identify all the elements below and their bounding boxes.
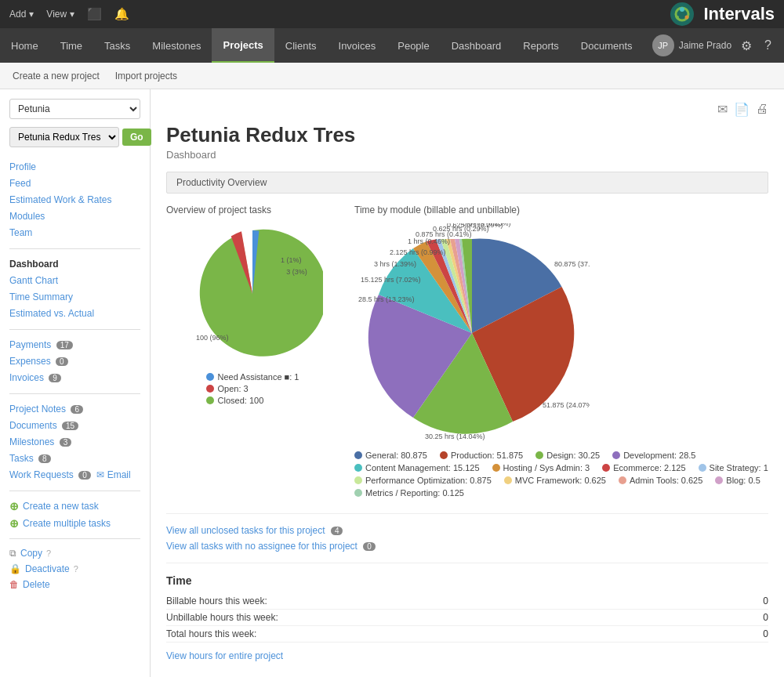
no-assignee-tasks-link[interactable]: View all tasks with no assignee for this… [166, 541, 768, 552]
legend-general-text: General: 80.875 [365, 451, 427, 460]
profile-link[interactable]: Profile [9, 161, 36, 172]
feed-link[interactable]: Feed [9, 178, 31, 189]
create-new-task-action[interactable]: ⊕ Create a new task [9, 498, 140, 515]
create-project-link[interactable]: Create a new project [13, 71, 100, 81]
legend-perf-opt-text: Performance Optimization: 0.875 [365, 476, 492, 485]
sidebar-item-project-notes: Project Notes 6 [9, 400, 140, 417]
legend-closed: Closed: 100 [206, 396, 299, 405]
legend-metrics-text: Metrics / Reporting: 0.125 [365, 488, 464, 498]
unclosed-tasks-link[interactable]: View all unclosed tasks for this project… [166, 525, 768, 536]
add-chevron-icon: ▾ [29, 9, 34, 20]
small-chart-section: Overview of project tasks 1 (1%) 3 (3%) [166, 205, 339, 407]
total-label: Total hours this week: [166, 628, 256, 639]
sidebar-item-feed: Feed [9, 175, 140, 191]
label-blog: 0.5 hrs (0.23%) [463, 223, 511, 227]
deactivate-hint-icon: ? [74, 564, 78, 574]
svg-point-3 [684, 16, 688, 20]
add-dropdown[interactable]: Add ▾ [9, 9, 34, 20]
copy-action[interactable]: ⧉ Copy ? [9, 545, 140, 561]
legend-mvc-text: MVC Framework: 0.625 [515, 476, 606, 485]
nav-milestones[interactable]: Milestones [141, 28, 212, 63]
nav-home[interactable]: Home [0, 28, 49, 63]
dot-general [354, 451, 362, 459]
util-bar: Add ▾ View ▾ ⬛ 🔔 Intervals [0, 0, 784, 28]
label-96pct: 100 (96%) [196, 334, 229, 342]
dot-ecommerce [602, 464, 610, 472]
view-dropdown[interactable]: View ▾ [46, 9, 74, 20]
legend-open-text: Open: 3 [218, 384, 249, 393]
project-notes-link[interactable]: Project Notes 6 [9, 404, 83, 415]
payments-badge: 17 [56, 341, 73, 349]
modules-link[interactable]: Modules [9, 211, 45, 222]
copy-label: Copy [20, 548, 42, 559]
small-pie-legend: Need Assistance ■: 1 Open: 3 Closed: 100 [206, 372, 299, 407]
small-chart-label: Overview of project tasks [166, 205, 339, 215]
delete-action[interactable]: 🗑 Delete [9, 577, 140, 592]
email-link[interactable]: ✉ Email [96, 469, 130, 480]
email-action-icon[interactable]: ✉ [717, 102, 728, 117]
invoices-link[interactable]: Invoices 9 [9, 372, 61, 383]
sidebar-item-team: Team [9, 224, 140, 241]
create-task-label: Create a new task [23, 501, 99, 512]
sidebar-item-work-requests: Work Requests 0 ✉ Email [9, 466, 140, 483]
import-projects-link[interactable]: Import projects [115, 71, 177, 81]
nav-time[interactable]: Time [49, 28, 93, 63]
documents-link[interactable]: Documents 15 [9, 420, 78, 431]
nav-reports[interactable]: Reports [512, 28, 570, 63]
work-requests-link[interactable]: Work Requests 0 [9, 469, 91, 480]
estimated-link[interactable]: Estimated Work & Rates [9, 194, 112, 205]
label-design: 30.25 hrs (14.04%) [425, 433, 485, 440]
deactivate-action[interactable]: 🔒 Deactivate ? [9, 561, 140, 577]
milestones-link[interactable]: Milestones 3 [9, 436, 71, 447]
dot-design [535, 451, 543, 459]
legend-need-assistance-text: Need Assistance ■: 1 [218, 372, 299, 382]
bell-icon[interactable]: 🔔 [114, 7, 129, 21]
logo-area: Intervals [670, 2, 775, 27]
create-multiple-tasks-action[interactable]: ⊕ Create multiple tasks [9, 515, 140, 532]
nav-projects[interactable]: Projects [212, 28, 274, 63]
nav-clients[interactable]: Clients [274, 28, 328, 63]
view-chevron-icon: ▾ [70, 9, 74, 20]
monitor-icon[interactable]: ⬛ [87, 7, 102, 21]
project-select[interactable]: Petunia Redux Tres [9, 127, 119, 147]
client-select[interactable]: Petunia [9, 99, 140, 119]
settings-icon[interactable]: ⚙ [738, 35, 755, 56]
dot-site-strategy [699, 464, 706, 472]
print-icon[interactable]: 🖨 [756, 102, 768, 117]
logo-text: Intervals [704, 4, 775, 24]
svg-point-2 [680, 7, 684, 12]
team-link[interactable]: Team [9, 227, 32, 238]
nav-tasks[interactable]: Tasks [93, 28, 141, 63]
create-task-icon: ⊕ [9, 500, 19, 512]
legend-design: Design: 30.25 [535, 451, 600, 460]
legend-admin-tools: Admin Tools: 0.625 [619, 476, 702, 485]
divider-2 [166, 563, 768, 563]
gantt-link[interactable]: Gantt Chart [9, 275, 58, 286]
payments-link[interactable]: Payments 17 [9, 339, 73, 350]
view-hours-link[interactable]: View hours for entire project [166, 650, 768, 661]
legend-content-text: Content Management: 15.125 [365, 463, 480, 472]
expenses-link[interactable]: Expenses 0 [9, 356, 68, 367]
divider-1 [166, 513, 768, 514]
big-pie-chart: 80.875 (37.53%) 51.875 (24.07%) 30.25 hr… [354, 223, 590, 443]
nav-dashboard[interactable]: Dashboard [441, 28, 513, 63]
dashboard-link[interactable]: Dashboard [9, 259, 59, 270]
time-section-title: Time [166, 574, 768, 587]
legend-need-assistance: Need Assistance ■: 1 [206, 372, 299, 382]
dot-content [354, 464, 362, 472]
help-icon[interactable]: ? [761, 35, 775, 56]
export-icon[interactable]: 📄 [734, 102, 750, 117]
estimated-actual-link[interactable]: Estimated vs. Actual [9, 308, 94, 319]
nav-people[interactable]: People [387, 28, 440, 63]
sidebar: Petunia Petunia Redux Tres Go Profile Fe… [0, 89, 151, 677]
nav-invoices[interactable]: Invoices [328, 28, 387, 63]
project-select-row: Petunia Redux Tres Go [9, 127, 140, 147]
label-3pct: 3 (3%) [286, 268, 307, 276]
tasks-link[interactable]: Tasks 8 [9, 453, 51, 464]
user-menu[interactable]: JP Jaime Prado [652, 34, 731, 56]
deactivate-label: Deactivate [25, 563, 70, 574]
go-button[interactable]: Go [122, 129, 151, 146]
time-summary-link[interactable]: Time Summary [9, 291, 73, 302]
nav-documents[interactable]: Documents [570, 28, 644, 63]
view-label: View [46, 9, 67, 20]
